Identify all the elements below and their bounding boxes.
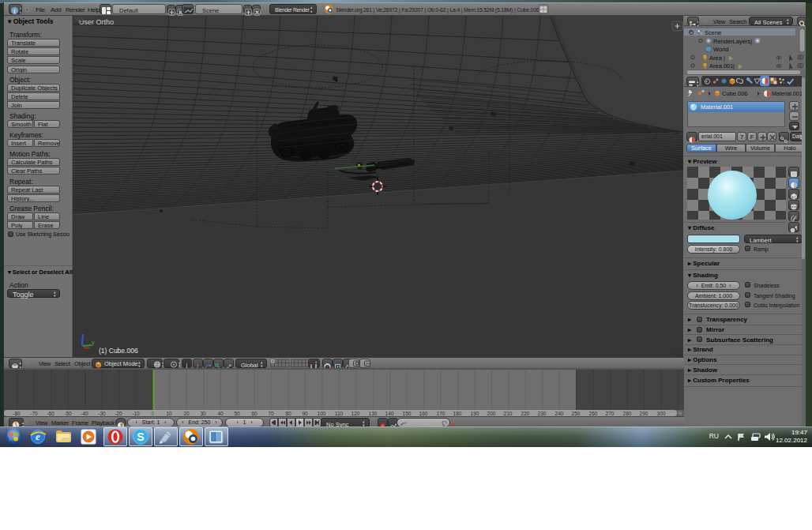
svg-text:230: 230 (538, 411, 547, 416)
svg-text:300: 300 (657, 411, 666, 416)
svg-text:90: 90 (302, 411, 308, 416)
svg-text:User Ortho: User Ortho (79, 18, 114, 26)
svg-text:-40: -40 (81, 411, 88, 416)
svg-text:y: y (92, 340, 95, 346)
svg-text:250: 250 (572, 411, 581, 416)
svg-text:270: 270 (606, 411, 615, 416)
svg-text:210: 210 (504, 411, 513, 416)
svg-text:-10: -10 (132, 411, 140, 416)
svg-text:110: 110 (335, 411, 344, 416)
svg-text:-70: -70 (30, 411, 38, 416)
svg-text:190: 190 (471, 411, 479, 416)
svg-text:80: 80 (285, 411, 291, 416)
svg-text:260: 260 (589, 411, 598, 416)
svg-text:240: 240 (555, 411, 564, 416)
svg-text:290: 290 (640, 411, 648, 416)
svg-text:-80: -80 (13, 411, 21, 416)
svg-text:20: 20 (183, 411, 190, 416)
svg-text:|: | (750, 38, 752, 45)
svg-text:30: 30 (200, 411, 206, 416)
svg-text:10: 10 (166, 411, 172, 416)
svg-text:130: 130 (369, 411, 378, 416)
svg-text:Cube.006: Cube.006 (722, 90, 748, 97)
svg-text:-20: -20 (115, 411, 122, 416)
svg-text:220: 220 (521, 411, 530, 416)
svg-text:170: 170 (437, 411, 445, 416)
svg-text:Material.001: Material.001 (772, 91, 803, 96)
svg-text:|: | (733, 62, 735, 70)
svg-text:40: 40 (217, 411, 224, 416)
svg-text:50: 50 (234, 411, 240, 416)
svg-text:|: | (724, 55, 725, 62)
svg-text:-60: -60 (47, 411, 55, 416)
svg-text:60: 60 (251, 411, 258, 416)
svg-text:0: 0 (151, 411, 154, 416)
svg-text:120: 120 (351, 411, 360, 416)
svg-text:RenderLayers: RenderLayers (713, 38, 750, 45)
svg-text:180: 180 (453, 411, 462, 416)
svg-text:-50: -50 (64, 411, 72, 416)
svg-text:150: 150 (403, 411, 412, 416)
svg-text:Area.001: Area.001 (709, 62, 733, 70)
svg-text:Area: Area (709, 55, 723, 62)
svg-text:-30: -30 (98, 411, 106, 416)
svg-text:70: 70 (268, 411, 274, 416)
svg-text:200: 200 (487, 411, 496, 416)
svg-text:World: World (713, 46, 728, 53)
svg-text:280: 280 (623, 411, 632, 416)
svg-text:100: 100 (318, 411, 326, 416)
svg-text:i: i (14, 8, 16, 15)
svg-text:(1) Cube.006: (1) Cube.006 (99, 347, 138, 355)
svg-text:S: S (137, 430, 144, 443)
svg-text:140: 140 (385, 411, 394, 416)
svg-text:Scene: Scene (705, 29, 721, 36)
svg-text:160: 160 (419, 411, 428, 416)
